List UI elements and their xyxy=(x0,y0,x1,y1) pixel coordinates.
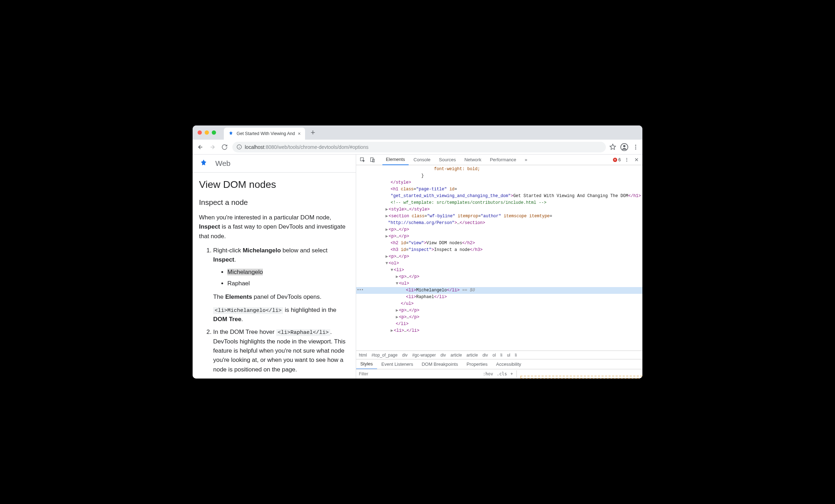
breadcrumb-item[interactable]: ul xyxy=(507,353,510,358)
profile-icon[interactable] xyxy=(620,143,628,151)
close-window-button[interactable] xyxy=(198,130,202,135)
svg-point-8 xyxy=(635,148,636,149)
tab-overflow[interactable]: » xyxy=(521,155,531,165)
back-button[interactable] xyxy=(196,143,205,151)
subtab-event-listeners[interactable]: Event Listeners xyxy=(377,359,418,369)
minimize-window-button[interactable] xyxy=(205,130,209,135)
browser-window: Get Started With Viewing And × + localho… xyxy=(193,125,642,379)
breadcrumb-item[interactable]: li xyxy=(515,353,517,358)
reload-button[interactable] xyxy=(220,143,229,151)
step-3: Click the Inspect icon in the top-left c… xyxy=(213,377,349,379)
tree-line[interactable]: ▶<p>…</p> xyxy=(356,274,642,280)
new-tab-button[interactable]: + xyxy=(308,128,318,137)
tree-line[interactable]: ▶<p>…</p> xyxy=(356,253,642,260)
error-count-badge[interactable]: ✕ 6 xyxy=(613,157,621,162)
example-list: Michelangelo Raphael xyxy=(213,268,349,289)
site-info-icon[interactable] xyxy=(237,144,242,150)
step-note: <li>Michelangelo</li> is highlighted in … xyxy=(213,306,349,324)
tree-line[interactable]: </ul> xyxy=(356,301,642,307)
breadcrumb-item[interactable]: html xyxy=(359,353,367,358)
browser-tab[interactable]: Get Started With Viewing And × xyxy=(224,128,305,140)
subtab-accessibility[interactable]: Accessibility xyxy=(492,359,525,369)
maximize-window-button[interactable] xyxy=(212,130,216,135)
breadcrumb-item[interactable]: article xyxy=(466,353,478,358)
inspect-element-icon[interactable] xyxy=(358,157,367,163)
tree-line[interactable]: <h2 id="view">View DOM nodes</h2> xyxy=(356,240,642,247)
tab-sources[interactable]: Sources xyxy=(436,155,460,165)
step-1: Right-click Michelangelo below and selec… xyxy=(213,246,349,324)
browser-menu-icon[interactable] xyxy=(632,144,639,150)
svg-point-13 xyxy=(626,158,627,158)
tree-line[interactable]: </style> xyxy=(356,179,642,186)
tree-line[interactable]: "http://schema.org/Person">…</section> xyxy=(356,220,642,226)
breadcrumb-item[interactable]: div xyxy=(441,353,446,358)
breadcrumb-item[interactable]: #gc-wrapper xyxy=(412,353,436,358)
tree-line[interactable]: ▼<ul> xyxy=(356,280,642,287)
tree-line[interactable]: <h1 class="page-title" id= xyxy=(356,186,642,193)
tree-line[interactable]: <h3 id="inspect">Inspect a node</h3> xyxy=(356,247,642,253)
hov-toggle[interactable]: :hov xyxy=(483,371,493,376)
tree-line[interactable]: ▶<li>…</li> xyxy=(356,327,642,334)
styles-filter-input[interactable] xyxy=(359,371,480,376)
breadcrumb-item[interactable]: article xyxy=(450,353,462,358)
tree-line[interactable]: ▶<style>…</style> xyxy=(356,206,642,213)
tab-performance[interactable]: Performance xyxy=(486,155,520,165)
tree-line[interactable]: ▶<section class="wf-byline" itemprop="au… xyxy=(356,213,642,220)
tab-bar: Get Started With Viewing And × + xyxy=(193,125,642,140)
bookmark-icon[interactable] xyxy=(609,144,616,150)
tab-network[interactable]: Network xyxy=(461,155,485,165)
new-style-rule-button[interactable]: + xyxy=(510,371,513,376)
breadcrumb-item[interactable]: div xyxy=(402,353,408,358)
tab-title: Get Started With Viewing And xyxy=(237,131,295,136)
site-name: Web xyxy=(215,159,231,168)
tree-line-selected[interactable]: ••• <li>Michelangelo</li> == $0 xyxy=(356,287,642,294)
tab-close-button[interactable]: × xyxy=(298,131,300,136)
tree-line[interactable]: ▼<ol> xyxy=(356,260,642,267)
forward-button[interactable] xyxy=(208,143,217,151)
list-item[interactable]: Michelangelo xyxy=(227,268,349,277)
list-item[interactable]: Raphael xyxy=(227,279,349,288)
content-area: Web View DOM nodes Inspect a node When y… xyxy=(193,155,642,379)
breadcrumb-item[interactable]: ol xyxy=(492,353,496,358)
tree-line[interactable]: "get_started_with_viewing_and_changing_t… xyxy=(356,193,642,200)
tree-line[interactable]: <li>Raphael</li> xyxy=(356,294,642,301)
devtools-panel: Elements Console Sources Network Perform… xyxy=(356,155,642,379)
breadcrumb-item[interactable]: li xyxy=(501,353,502,358)
url-path: /web/tools/chrome-devtools/dom/#options xyxy=(277,144,368,150)
styles-filter-row: :hov .cls + xyxy=(356,369,642,379)
tree-line[interactable]: ▶<p>…</p> xyxy=(356,307,642,314)
breadcrumb-item[interactable]: div xyxy=(482,353,488,358)
tree-line[interactable]: ▼<li> xyxy=(356,267,642,274)
tree-line[interactable]: ▶<p>…</p> xyxy=(356,233,642,240)
step-note: The Elements panel of DevTools opens. xyxy=(213,292,349,302)
intro-paragraph: When you're interested in a particular D… xyxy=(199,213,349,241)
elements-tree[interactable]: font-weight: bold; } </style> <h1 class=… xyxy=(356,165,642,351)
devtools-close-icon[interactable] xyxy=(633,157,640,162)
svg-point-15 xyxy=(626,161,627,161)
elements-breadcrumb: html #top_of_page div #gc-wrapper div ar… xyxy=(356,351,642,359)
device-toolbar-icon[interactable] xyxy=(368,157,377,163)
devtools-menu-icon[interactable] xyxy=(622,157,631,162)
breadcrumb-item[interactable]: #top_of_page xyxy=(371,353,397,358)
tree-line[interactable]: </li> xyxy=(356,321,642,327)
subtab-properties[interactable]: Properties xyxy=(462,359,492,369)
tree-line[interactable]: ▶<p>…</p> xyxy=(356,226,642,233)
styles-tab-bar: Styles Event Listeners DOM Breakpoints P… xyxy=(356,359,642,369)
svg-point-14 xyxy=(626,159,627,160)
devtools-tab-bar: Elements Console Sources Network Perform… xyxy=(356,155,642,165)
site-logo-icon xyxy=(199,159,208,168)
svg-point-5 xyxy=(623,145,625,147)
subtab-styles[interactable]: Styles xyxy=(356,359,377,369)
cls-toggle[interactable]: .cls xyxy=(497,371,507,376)
address-bar[interactable]: localhost:8080/web/tools/chrome-devtools… xyxy=(232,142,606,152)
tab-console[interactable]: Console xyxy=(410,155,434,165)
tab-elements[interactable]: Elements xyxy=(382,155,409,165)
subtab-dom-breakpoints[interactable]: DOM Breakpoints xyxy=(418,359,463,369)
tree-line[interactable]: } xyxy=(356,173,642,179)
site-header: Web xyxy=(193,155,356,173)
tree-line[interactable]: font-weight: bold; xyxy=(356,166,642,173)
tree-line[interactable]: ▶<p>…</p> xyxy=(356,314,642,321)
steps-list: Right-click Michelangelo below and selec… xyxy=(199,246,349,379)
window-controls xyxy=(196,130,221,135)
tree-line[interactable]: <!-- wf_template: src/templates/contribu… xyxy=(356,200,642,206)
